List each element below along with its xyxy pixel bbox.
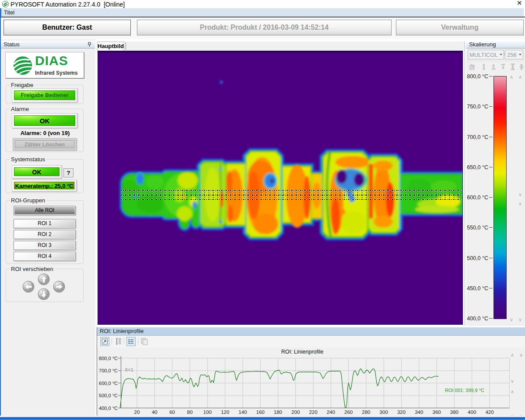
- svg-text:220: 220: [309, 410, 317, 415]
- svg-text:260: 260: [344, 410, 353, 415]
- svg-text:600,0 °C: 600,0 °C: [99, 381, 118, 386]
- svg-text:ROI 001: 399,9 °C: ROI 001: 399,9 °C: [445, 388, 484, 393]
- svg-text:120: 120: [221, 410, 229, 415]
- svg-text:80: 80: [187, 410, 193, 415]
- svg-text:280: 280: [362, 410, 370, 415]
- svg-text:20: 20: [134, 410, 140, 415]
- svg-text:400: 400: [468, 410, 476, 415]
- svg-text:180: 180: [274, 410, 282, 415]
- svg-text:60: 60: [169, 410, 175, 415]
- svg-text:200: 200: [291, 410, 300, 415]
- svg-text:700,0 °C: 700,0 °C: [99, 368, 118, 373]
- svg-text:360: 360: [433, 410, 441, 415]
- svg-text:40: 40: [152, 410, 158, 415]
- svg-text:320: 320: [397, 410, 406, 415]
- svg-text:420: 420: [485, 410, 494, 415]
- svg-text:800,0 °C: 800,0 °C: [99, 356, 118, 361]
- svg-text:400,0 °C: 400,0 °C: [99, 406, 118, 411]
- svg-text:X=1: X=1: [125, 367, 133, 372]
- svg-text:380: 380: [450, 410, 458, 415]
- svg-text:160: 160: [256, 410, 265, 415]
- svg-text:ROI: Linienprofile: ROI: Linienprofile: [281, 349, 324, 355]
- svg-text:140: 140: [238, 410, 247, 415]
- svg-text:240: 240: [327, 410, 335, 415]
- svg-text:500,0 °C: 500,0 °C: [99, 393, 118, 398]
- svg-text:340: 340: [415, 410, 423, 415]
- svg-text:300: 300: [380, 410, 388, 415]
- svg-text:100: 100: [203, 410, 212, 415]
